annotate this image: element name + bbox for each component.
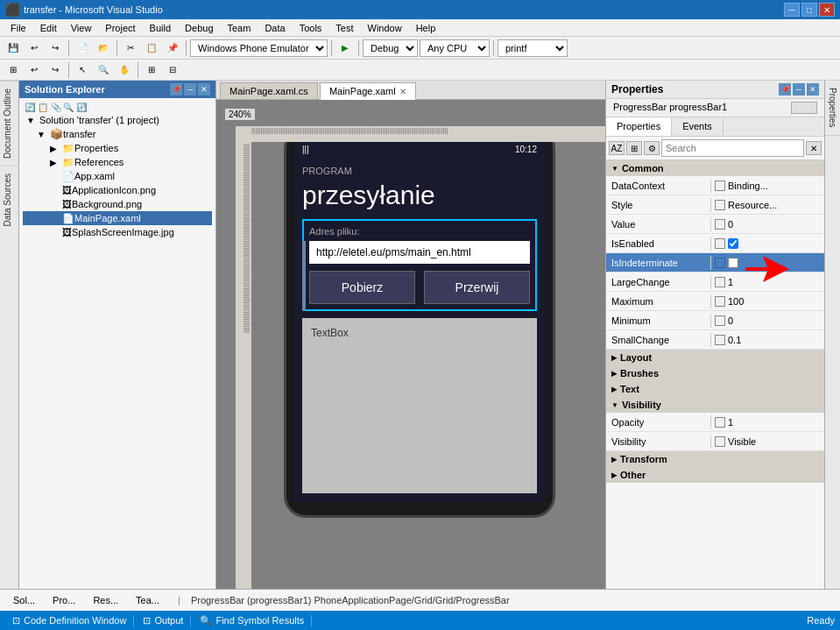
bottom-tab-pro[interactable]: Pro... [45, 592, 83, 608]
designer-area[interactable]: 240% |||||||||||||||||||||||||||||||||||… [216, 100, 605, 589]
menu-team[interactable]: Team [221, 21, 258, 35]
prop-sort-az[interactable]: AZ [609, 141, 625, 155]
status-items: ⊡ Code Definition Window ⊡ Output 🔍 Find… [5, 615, 312, 626]
menu-build[interactable]: Build [143, 21, 178, 35]
phone-textbox-section[interactable]: TextBox [302, 318, 537, 493]
prop-section-brushes[interactable]: Brushes [606, 365, 824, 381]
panel-min-button[interactable]: ─ [184, 83, 196, 96]
maximize-button[interactable]: □ [801, 3, 817, 17]
prop-square-smallchange[interactable] [715, 335, 725, 345]
status-find-symbol[interactable]: 🔍 Find Symbol Results [193, 615, 312, 626]
prop-check-isindeterminate[interactable] [728, 258, 738, 268]
prop-square-datacontext[interactable] [715, 181, 725, 191]
function-dropdown[interactable]: printf [498, 39, 568, 57]
background-label: Background.png [72, 199, 142, 209]
prop-tab-events[interactable]: Events [672, 117, 724, 136]
tree-references[interactable]: ▶ 📁 References [23, 155, 212, 169]
tree-properties[interactable]: ▶ 📁 Properties [23, 141, 212, 155]
left-tab-document-outline[interactable]: Document Outline [0, 81, 18, 166]
left-tab-data-sources[interactable]: Data Sources [0, 166, 18, 234]
prop-square-isindeterminate[interactable] [715, 258, 725, 268]
toolbar2-pointer[interactable]: ↖ [73, 60, 92, 80]
toolbar-copy[interactable]: 📋 [142, 39, 161, 58]
toolbar-forward[interactable]: ↪ [46, 39, 65, 58]
properties-title-label: Properties [611, 83, 663, 96]
mode-dropdown[interactable]: Debug [363, 39, 418, 57]
prop-min-button[interactable]: ─ [793, 83, 805, 96]
prop-search-clear[interactable]: ✕ [806, 141, 822, 155]
menu-help[interactable]: Help [409, 21, 443, 35]
toolbar-save[interactable]: 💾 [4, 39, 23, 58]
toolbar-paste[interactable]: 📌 [163, 39, 182, 58]
prop-close-button[interactable]: ✕ [807, 83, 819, 96]
solution-explorer-label: Solution Explorer [25, 84, 105, 95]
menu-tools[interactable]: Tools [293, 21, 329, 35]
tree-background[interactable]: 🖼 Background.png [23, 197, 212, 211]
toolbar-open[interactable]: 📂 [94, 39, 113, 58]
emulator-dropdown[interactable]: Windows Phone Emulator [190, 39, 328, 57]
prop-square-maximum[interactable] [715, 296, 725, 307]
menu-test[interactable]: Test [328, 21, 360, 35]
prop-section-other[interactable]: Other [606, 467, 824, 483]
menu-data[interactable]: Data [258, 21, 292, 35]
prop-square-minimum[interactable] [715, 315, 725, 326]
toolbar2-zoom[interactable]: 🔍 [94, 60, 113, 80]
prop-square-isenabled[interactable] [715, 238, 725, 249]
tree-project[interactable]: ▼ 📦 transfer [23, 127, 212, 141]
prop-square-visibility[interactable] [715, 436, 725, 447]
prop-source[interactable]: ⚙ [644, 141, 660, 155]
menu-window[interactable]: Window [361, 21, 409, 35]
tree-solution[interactable]: ▼ Solution 'transfer' (1 project) [23, 113, 212, 127]
phone-url-input[interactable]: http://eletel.eu/pms/main_en.html [309, 241, 530, 264]
status-code-def[interactable]: ⊡ Code Definition Window [5, 615, 134, 626]
right-tab-properties[interactable]: Properties [825, 81, 840, 136]
toolbar2-grid[interactable]: ⊞ [142, 60, 161, 80]
bottom-tab-res[interactable]: Res... [85, 592, 126, 608]
prop-pin-button[interactable]: 📌 [779, 83, 791, 96]
prop-check-isenabled[interactable] [728, 238, 738, 249]
toolbar-back[interactable]: ↩ [25, 39, 44, 58]
prop-section-visibility[interactable]: Visibility [606, 397, 824, 413]
menu-project[interactable]: Project [98, 21, 142, 35]
toolbar2-btn2[interactable]: ↩ [25, 60, 44, 80]
prop-section-common[interactable]: Common [606, 160, 824, 176]
bottom-tab-tea[interactable]: Tea... [128, 592, 167, 608]
toolbar-cut[interactable]: ✂ [121, 39, 140, 58]
phone-btn-pobierz[interactable]: Pobierz [309, 271, 415, 304]
bottom-tab-sol[interactable]: Sol... [5, 592, 43, 608]
toolbar2-snap[interactable]: ⊟ [163, 60, 182, 80]
toolbar-new[interactable]: 📄 [73, 39, 92, 58]
menu-view[interactable]: View [64, 21, 99, 35]
prop-square-style[interactable] [715, 200, 725, 210]
status-output[interactable]: ⊡ Output [136, 615, 191, 626]
tree-mainpage[interactable]: 📄 MainPage.xaml [23, 211, 212, 225]
menu-debug[interactable]: Debug [178, 21, 220, 35]
tree-appicon[interactable]: 🖼 ApplicationIcon.png [23, 183, 212, 197]
prop-square-value[interactable] [715, 219, 725, 230]
prop-tab-properties[interactable]: Properties [606, 117, 672, 136]
toolbar2-btn3[interactable]: ↪ [46, 60, 65, 80]
tree-app-xaml[interactable]: 📄 App.xaml [23, 169, 212, 183]
prop-square-opacity[interactable] [715, 417, 725, 428]
menu-edit[interactable]: Edit [33, 21, 64, 35]
pin-button[interactable]: 📌 [170, 83, 182, 96]
tab-mainpage-xaml[interactable]: MainPage.xaml ✕ [320, 82, 416, 100]
platform-dropdown[interactable]: Any CPU [420, 39, 490, 57]
tab-close-icon[interactable]: ✕ [399, 87, 406, 96]
toolbar-play[interactable]: ▶ [335, 39, 355, 58]
close-button[interactable]: ✕ [819, 3, 835, 17]
menu-file[interactable]: File [4, 21, 33, 35]
toolbar2-btn1[interactable]: ⊞ [4, 60, 23, 80]
phone-btn-przerwij[interactable]: Przerwij [424, 271, 530, 304]
minimize-button[interactable]: ─ [784, 3, 800, 17]
toolbar2-hand[interactable]: ✋ [115, 60, 134, 80]
panel-close-button[interactable]: ✕ [198, 83, 210, 96]
prop-section-transform[interactable]: Transform [606, 451, 824, 467]
prop-section-text[interactable]: Text [606, 381, 824, 397]
prop-square-largechange[interactable] [715, 277, 725, 287]
prop-sort-cat[interactable]: ⊞ [626, 141, 642, 155]
prop-section-layout[interactable]: Layout [606, 350, 824, 365]
tree-splash[interactable]: 🖼 SplashScreenImage.jpg [23, 225, 212, 239]
prop-search-input[interactable] [661, 139, 804, 157]
tab-mainpage-cs[interactable]: MainPage.xaml.cs [220, 82, 318, 99]
